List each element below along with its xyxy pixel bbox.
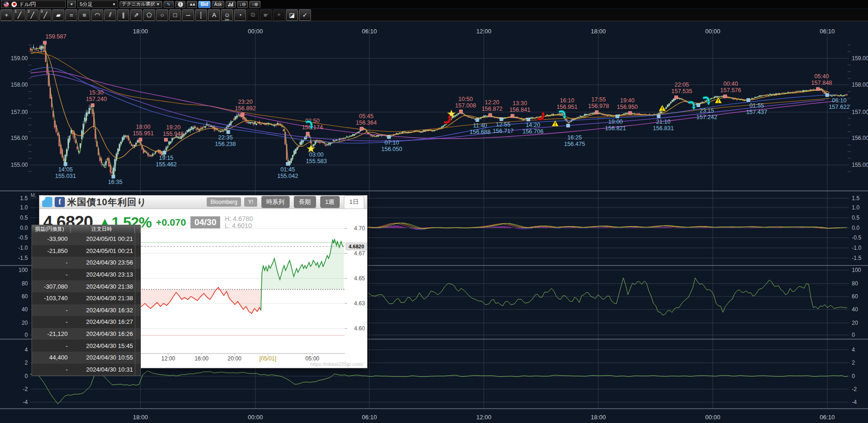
svg-text:-4: -4 <box>852 399 857 405</box>
yahoo-link-button[interactable]: Y! <box>244 197 257 207</box>
order-row[interactable]: -2024/04/30 10:31 <box>32 364 140 376</box>
svg-text:05:40: 05:40 <box>814 73 829 80</box>
chart-type-button[interactable]: ▲▲ <box>187 1 197 8</box>
circle-icon[interactable]: ○ <box>156 9 168 21</box>
order-row[interactable]: 44,4002024/04/30 10:55 <box>32 352 140 364</box>
zoom-in-button[interactable]: ↑⊕ <box>249 1 260 8</box>
tab-timeseries[interactable]: 時系列 <box>261 196 290 208</box>
svg-text:-1.5: -1.5 <box>18 255 28 261</box>
svg-text:156.00: 156.00 <box>11 135 28 141</box>
tab-1week[interactable]: 1週 <box>320 196 340 208</box>
symbol-dropdown-button[interactable]: ▼ <box>67 0 76 8</box>
bloomberg-link-button[interactable]: Bloomberg <box>207 197 241 207</box>
trade-annotation-sell: 22:05157.535 <box>672 82 692 99</box>
timeframe-label: 5分足 <box>80 1 93 8</box>
svg-text:155.00: 155.00 <box>852 162 868 168</box>
pentagon-icon[interactable]: ⬠ <box>143 9 155 21</box>
time-marker-icon[interactable]: ◔ <box>234 9 246 21</box>
zoom-in-icon: ↑⊕ <box>252 2 258 7</box>
trade-annotation-buy: 12:55156.717 <box>493 118 513 135</box>
svg-text:2: 2 <box>25 360 28 366</box>
settings-icon[interactable]: ✓ <box>299 9 311 21</box>
order-row[interactable]: -21,1202024/04/30 16:26 <box>32 328 140 340</box>
svg-text:20: 20 <box>22 320 28 326</box>
trade-annotation-sell: 05:40157.848 <box>811 73 832 91</box>
svg-text:15:30: 15:30 <box>89 89 103 96</box>
arrow-fan-icon[interactable]: ⇗ <box>130 9 142 21</box>
trendline2-icon[interactable]: ╱2 <box>26 9 38 21</box>
order-row[interactable]: -33,9002024/05/01 00:21 <box>32 233 140 245</box>
eraser-icon[interactable]: ◪ <box>286 9 298 21</box>
svg-text:19:40: 19:40 <box>620 97 634 104</box>
vline-icon[interactable]: │ <box>195 9 207 21</box>
stamp-icon[interactable]: ☺icon <box>221 9 233 21</box>
order-row[interactable]: -21,8502024/05/01 00:21 <box>32 245 140 257</box>
info-button[interactable]: i <box>175 1 185 8</box>
order-row[interactable]: -103,7402024/04/30 21:38 <box>32 292 140 304</box>
draw-pencil-button[interactable]: ✎ <box>164 1 174 8</box>
svg-text:20:00: 20:00 <box>228 355 241 362</box>
multi-hline-icon[interactable]: ≡ <box>78 9 90 21</box>
svg-text:156.841: 156.841 <box>509 107 530 113</box>
svg-text:156.475: 156.475 <box>564 141 585 147</box>
hline-icon[interactable]: ─ <box>182 9 194 21</box>
jp-flag-icon <box>11 1 17 7</box>
order-row[interactable]: -2024/04/30 23:56 <box>32 257 140 269</box>
trade-annotation-buy: 16:35 <box>108 175 122 186</box>
rectangle-icon[interactable]: □ <box>169 9 181 21</box>
ruler-icon[interactable]: ▰ <box>52 9 64 21</box>
svg-text:16:00: 16:00 <box>195 355 209 362</box>
ma-line-magenta <box>31 71 834 139</box>
order-row[interactable]: -2024/04/30 15:45 <box>32 340 140 352</box>
facebook-share-button[interactable]: f <box>55 197 65 207</box>
text-icon[interactable]: A <box>208 9 220 21</box>
zoom-out-button[interactable]: ↓⊖ <box>237 1 248 8</box>
crosshair-icon[interactable]: + <box>0 9 13 21</box>
svg-text:156.978: 156.978 <box>588 103 609 109</box>
ask-button[interactable]: Ask <box>212 1 224 8</box>
svg-text:-1.0: -1.0 <box>852 245 862 251</box>
tab-1day[interactable]: 1日 <box>344 196 364 208</box>
svg-text:[05/01]: [05/01] <box>260 355 277 362</box>
svg-text:18:00: 18:00 <box>133 414 148 421</box>
svg-text:0: 0 <box>852 332 855 338</box>
technical-select-button[interactable]: テクニカル選択▼ <box>120 1 162 8</box>
symbol-select[interactable]: ドル/円 <box>1 0 66 8</box>
svg-text:06:10: 06:10 <box>362 414 377 421</box>
momentum-line <box>30 371 848 404</box>
tab-longterm[interactable]: 長期 <box>294 196 316 208</box>
volume-button[interactable] <box>226 1 236 8</box>
svg-text:0: 0 <box>25 373 28 379</box>
timeframe-select[interactable]: 5分足▼ <box>77 0 118 8</box>
trade-annotation-buy: 22:35156.238 <box>215 130 236 147</box>
trade-annotation-buy: 16:25156.475 <box>564 124 585 148</box>
order-row[interactable]: -307,0802024/04/30 21:38 <box>32 280 140 292</box>
svg-text:156.364: 156.364 <box>356 120 377 126</box>
parallel-lines-icon[interactable]: = <box>65 9 77 21</box>
trade-annotation-sell: 00:40157.576 <box>720 81 741 98</box>
bid-button[interactable]: Bid <box>198 1 210 8</box>
order-row[interactable]: -2024/04/30 16:27 <box>32 316 140 328</box>
fibo-fan-icon[interactable]: ⫽ <box>104 9 116 21</box>
fibo-arc-icon[interactable]: ◠ <box>91 9 103 21</box>
svg-text:156.688: 156.688 <box>469 129 490 135</box>
order-row[interactable]: -2024/04/30 16:32 <box>32 304 140 316</box>
order-row[interactable]: -2024/04/30 23:13 <box>32 269 140 281</box>
svg-text:156.950: 156.950 <box>617 104 638 110</box>
trade-annotation-sell: 05:45156.364 <box>356 113 377 131</box>
svg-text:00:40: 00:40 <box>723 81 738 87</box>
vertical-lines-icon[interactable]: ∥ <box>117 9 129 21</box>
svg-text:60: 60 <box>22 293 28 300</box>
svg-text:40: 40 <box>852 306 858 313</box>
svg-text:-0.5: -0.5 <box>852 234 862 241</box>
watermark-link[interactable]: https://nikkei225jp.com/ <box>310 361 363 367</box>
trendline1-icon[interactable]: ╱1 <box>13 9 25 21</box>
zoom-out-icon: ↓⊖ <box>240 2 246 7</box>
twitter-share-button[interactable] <box>42 197 52 207</box>
trade-annotation-buy: 19:15155.462 <box>156 151 177 168</box>
order-history-table[interactable]: 損益(円換算)注文日時-33,9002024/05/01 00:21-21,85… <box>32 225 141 376</box>
trendline3-icon[interactable]: ╱3 <box>39 9 51 21</box>
svg-text:06:10: 06:10 <box>832 97 846 104</box>
warning-marker-icon: ! <box>659 105 666 112</box>
mountain-icon: ▲▲ <box>189 2 195 6</box>
